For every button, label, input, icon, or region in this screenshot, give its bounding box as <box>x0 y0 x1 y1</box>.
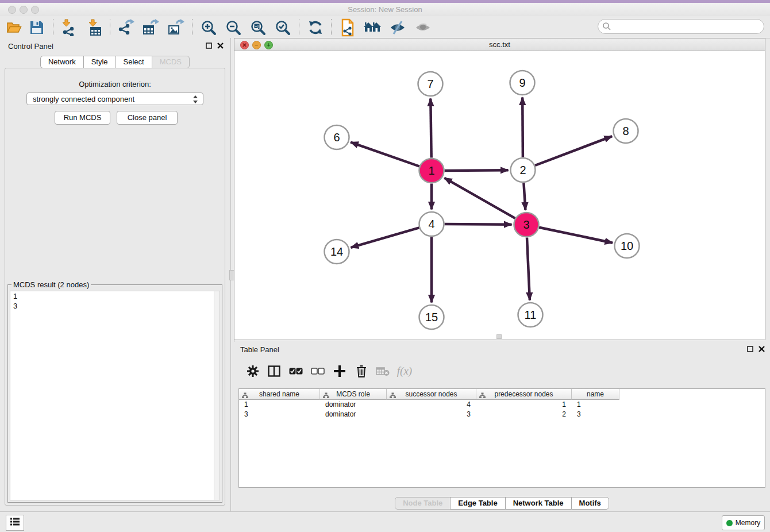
graph-edge-2-8[interactable] <box>535 136 612 165</box>
graph-node-10[interactable]: 10 <box>615 234 640 258</box>
export-network-icon[interactable] <box>117 18 135 37</box>
homes-icon[interactable] <box>363 18 382 37</box>
search-input[interactable] <box>598 19 764 34</box>
tab-mcds[interactable]: MCDS <box>152 56 190 68</box>
split-columns-icon[interactable] <box>267 364 282 379</box>
cell-predecessor-nodes[interactable]: 2 <box>476 410 572 419</box>
graph-node-4[interactable]: 4 <box>419 212 444 236</box>
cell-name[interactable]: 3 <box>572 410 619 419</box>
hide-details-icon[interactable] <box>388 18 407 37</box>
network-window-title: scc.txt <box>234 38 765 51</box>
save-session-icon[interactable] <box>28 18 46 37</box>
cell-mcds-role[interactable]: dominator <box>320 400 387 410</box>
graph-node-6[interactable]: 6 <box>325 125 349 149</box>
zoom-selected-icon[interactable] <box>274 18 292 37</box>
graph-node-label: 14 <box>330 245 343 258</box>
graph-edge-4-3[interactable] <box>445 224 512 225</box>
tab-network[interactable]: Network <box>40 56 84 68</box>
column-header-shared-name[interactable]: shared name <box>239 389 320 400</box>
cell-name[interactable]: 1 <box>572 400 619 410</box>
tab-network-table[interactable]: Network Table <box>505 497 572 510</box>
window-title: Session: New Session <box>0 3 770 16</box>
import-table-icon[interactable] <box>86 18 105 37</box>
select-all-columns-icon[interactable] <box>288 364 303 379</box>
optimization-criterion-select[interactable]: strongly connected component <box>26 92 203 105</box>
refresh-icon[interactable] <box>306 18 325 37</box>
float-panel-icon[interactable] <box>746 345 754 353</box>
optimization-criterion-label: Optimization criterion: <box>5 80 225 88</box>
node-table[interactable]: shared name MCDS role successor nodes pr… <box>238 388 765 488</box>
zoom-out-icon[interactable] <box>224 18 242 37</box>
close-panel-icon[interactable] <box>217 42 224 49</box>
graph-edge-4-14[interactable] <box>351 228 419 248</box>
delete-icon[interactable] <box>354 364 369 379</box>
export-table-icon[interactable] <box>141 18 160 37</box>
network-canvas[interactable]: 7968124314101511 <box>234 51 765 340</box>
table-row[interactable]: 1 dominator 4 1 1 <box>239 400 619 410</box>
table-toolbar: f(x) <box>238 359 765 384</box>
run-mcds-button[interactable]: Run MCDS <box>55 111 110 125</box>
tab-style[interactable]: Style <box>83 56 116 68</box>
clone-network-icon[interactable] <box>338 18 356 37</box>
cell-successor-nodes[interactable]: 3 <box>387 410 476 419</box>
column-header-mcds-role[interactable]: MCDS role <box>320 389 387 400</box>
graph-edge-1-7[interactable] <box>430 99 431 158</box>
cell-successor-nodes[interactable]: 4 <box>387 400 476 410</box>
graph-node-1[interactable]: 1 <box>419 159 444 183</box>
mcds-result-list[interactable]: 1 3 <box>10 291 220 500</box>
open-session-icon[interactable] <box>5 18 23 37</box>
settings-gear-icon[interactable] <box>245 364 260 379</box>
tab-select[interactable]: Select <box>116 56 152 68</box>
show-details-icon[interactable] <box>414 18 432 37</box>
cell-shared-name[interactable]: 1 <box>239 400 320 410</box>
tab-motifs[interactable]: Motifs <box>571 497 609 510</box>
column-header-successor-nodes[interactable]: successor nodes <box>387 389 476 400</box>
column-header-predecessor-nodes[interactable]: predecessor nodes <box>476 389 572 400</box>
table-row[interactable]: 3 dominator 3 2 3 <box>239 410 619 419</box>
graph-edge-1-2[interactable] <box>445 170 509 171</box>
graph-edge-2-3[interactable] <box>523 183 525 210</box>
network-maximize-icon[interactable]: + <box>264 41 273 49</box>
window-zoom-button[interactable] <box>31 6 39 14</box>
graph-node-14[interactable]: 14 <box>325 240 349 264</box>
scrollbar-track[interactable] <box>214 291 220 500</box>
graph-edge-3-11[interactable] <box>527 238 530 300</box>
tab-edge-table[interactable]: Edge Table <box>450 497 505 510</box>
cell-shared-name[interactable]: 3 <box>239 410 320 419</box>
graph-node-7[interactable]: 7 <box>418 72 443 96</box>
window-minimize-button[interactable] <box>20 6 28 14</box>
graph-edge-1-6[interactable] <box>351 142 419 167</box>
float-panel-icon[interactable] <box>205 42 213 49</box>
graph-node-8[interactable]: 8 <box>614 119 638 143</box>
search-field-wrap <box>598 19 764 34</box>
tab-node-table[interactable]: Node Table <box>395 497 451 510</box>
network-close-icon[interactable]: ✕ <box>240 41 249 49</box>
zoom-fit-icon[interactable] <box>249 18 267 37</box>
window-close-button[interactable] <box>8 6 16 14</box>
graph-edge-3-10[interactable] <box>539 228 613 243</box>
main-toolbar <box>0 16 770 38</box>
close-panel-icon[interactable] <box>758 345 765 353</box>
graph-node-9[interactable]: 9 <box>510 71 535 95</box>
deselect-all-columns-icon[interactable] <box>310 364 325 379</box>
graph-node-2[interactable]: 2 <box>511 158 536 182</box>
add-icon[interactable] <box>332 364 347 379</box>
graph-edge-3-1[interactable] <box>444 178 515 218</box>
network-view-window: ✕ − + scc.txt 7968124314101511 <box>234 38 765 340</box>
graph-node-15[interactable]: 15 <box>419 305 444 329</box>
close-panel-button[interactable]: Close panel <box>117 111 178 125</box>
cell-mcds-role[interactable]: dominator <box>320 410 387 419</box>
memory-button[interactable]: Memory <box>722 515 765 530</box>
cell-predecessor-nodes[interactable]: 1 <box>476 400 572 410</box>
task-history-button[interactable] <box>6 515 24 531</box>
column-header-name[interactable]: name <box>572 389 619 400</box>
graph-edge-2-9[interactable] <box>522 98 523 157</box>
graph-node-3[interactable]: 3 <box>514 213 539 237</box>
import-network-icon[interactable] <box>60 18 78 37</box>
export-image-icon[interactable] <box>167 18 185 37</box>
network-minimize-icon[interactable]: − <box>252 41 261 49</box>
graph-node-11[interactable]: 11 <box>518 303 543 327</box>
zoom-in-icon[interactable] <box>199 18 218 37</box>
network-window-titlebar[interactable]: ✕ − + scc.txt <box>234 38 765 51</box>
resize-grip[interactable] <box>496 334 502 339</box>
